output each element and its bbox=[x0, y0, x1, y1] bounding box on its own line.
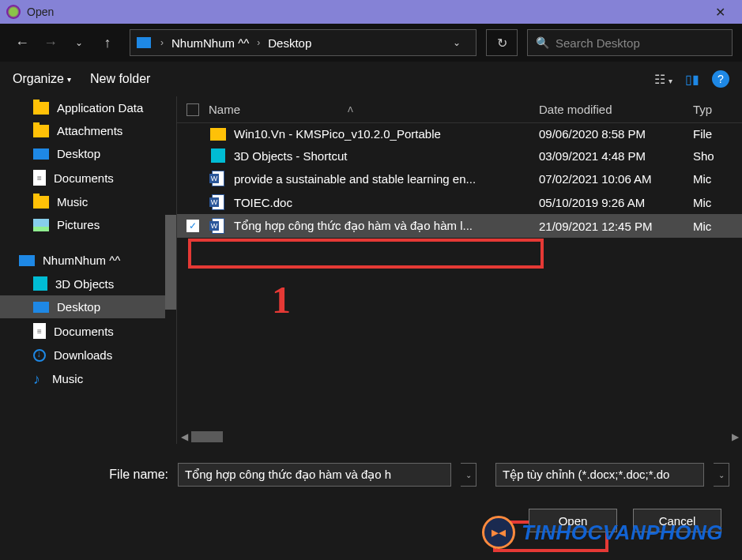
column-type[interactable]: Typ bbox=[693, 103, 733, 116]
sidebar-item-label: Music bbox=[52, 372, 83, 385]
column-headers: Nameᐱ Date modified Typ bbox=[177, 96, 742, 123]
cancel-button[interactable]: Cancel bbox=[633, 509, 721, 532]
open-button[interactable]: Open bbox=[529, 509, 617, 532]
scroll-left-icon[interactable]: ◀ bbox=[177, 431, 191, 442]
sidebar-item[interactable]: Attachments bbox=[0, 119, 176, 142]
refresh-button[interactable]: ↻ bbox=[486, 29, 518, 56]
file-row[interactable]: Win10.Vn - KMSPico_v10.2.0_Portable09/06… bbox=[177, 123, 742, 145]
sidebar-item[interactable]: Music bbox=[0, 190, 176, 213]
file-icon bbox=[209, 128, 228, 141]
file-name: provide a sustainable and stable learnin… bbox=[234, 172, 539, 186]
file-row[interactable]: provide a sustainable and stable learnin… bbox=[177, 167, 742, 190]
sidebar-item[interactable]: ≡Documents bbox=[0, 318, 176, 344]
sidebar: Application DataAttachmentsDesktop≡Docum… bbox=[0, 96, 177, 444]
chevron-right-icon: › bbox=[254, 37, 263, 48]
search-box[interactable]: 🔍 Search Desktop bbox=[527, 29, 733, 56]
sidebar-item-label: Desktop bbox=[57, 147, 100, 160]
breadcrumb-desktop[interactable]: Desktop bbox=[263, 36, 316, 50]
nav-bar: ← → ⌄ ↑ › NhumNhum ^^ › Desktop ⌄ ↻ 🔍 Se… bbox=[0, 24, 742, 62]
file-type: Sho bbox=[693, 149, 733, 163]
sidebar-item-label: Attachments bbox=[57, 124, 122, 137]
column-date[interactable]: Date modified bbox=[539, 103, 693, 116]
sidebar-item-label: Documents bbox=[54, 325, 114, 338]
new-folder-button[interactable]: New folder bbox=[90, 72, 150, 86]
file-date: 21/09/2021 12:45 PM bbox=[539, 220, 693, 233]
horizontal-scrollbar[interactable]: ◀ ▶ bbox=[177, 430, 742, 444]
sidebar-item[interactable]: ≡Documents bbox=[0, 165, 176, 190]
file-name: Tổng hợp công thức đạo hàm và đạo hàm l.… bbox=[234, 219, 539, 233]
sidebar-item[interactable]: NhumNhum ^^ bbox=[0, 249, 176, 272]
file-date: 07/02/2021 10:06 AM bbox=[539, 172, 693, 186]
file-type: Mic bbox=[693, 220, 733, 233]
file-list: Nameᐱ Date modified Typ Win10.Vn - KMSPi… bbox=[177, 96, 742, 444]
sidebar-item[interactable]: 3D Objects bbox=[0, 272, 176, 295]
file-type: Mic bbox=[693, 196, 733, 209]
file-type: File bbox=[693, 127, 733, 141]
forward-button[interactable]: → bbox=[38, 30, 63, 55]
file-name: TOIEC.doc bbox=[234, 196, 539, 209]
recent-dropdown[interactable]: ⌄ bbox=[66, 30, 92, 55]
sidebar-item[interactable]: Downloads bbox=[0, 344, 176, 366]
file-type: Mic bbox=[693, 172, 733, 186]
sidebar-item[interactable]: Application Data bbox=[0, 96, 176, 119]
preview-pane-icon[interactable]: ▯▮ bbox=[685, 72, 699, 87]
address-bar[interactable]: › NhumNhum ^^ › Desktop ⌄ bbox=[130, 29, 476, 56]
sort-indicator-icon: ᐱ bbox=[348, 105, 353, 114]
up-button[interactable]: ↑ bbox=[95, 30, 120, 55]
file-icon bbox=[209, 218, 228, 234]
filter-dropdown[interactable]: ⌄ bbox=[714, 463, 729, 487]
sidebar-item-label: 3D Objects bbox=[55, 277, 114, 291]
sidebar-item-label: Downloads bbox=[54, 348, 112, 362]
sidebar-item[interactable]: Pictures bbox=[0, 213, 176, 236]
back-button[interactable]: ← bbox=[9, 30, 35, 55]
dialog-footer: File name: ⌄ ⌄ Open Cancel bbox=[0, 444, 742, 545]
file-icon bbox=[209, 194, 228, 210]
filetype-filter[interactable] bbox=[495, 463, 704, 487]
column-name[interactable]: Nameᐱ bbox=[209, 103, 539, 116]
breadcrumb-user[interactable]: NhumNhum ^^ bbox=[167, 36, 254, 50]
file-date: 09/06/2020 8:58 PM bbox=[539, 127, 693, 141]
row-checkbox[interactable]: ✓ bbox=[186, 220, 209, 232]
sidebar-scrollbar[interactable] bbox=[165, 96, 176, 444]
file-name: 3D Objects - Shortcut bbox=[234, 149, 539, 163]
file-row[interactable]: 3D Objects - Shortcut03/09/2021 4:48 PMS… bbox=[177, 145, 742, 167]
file-icon bbox=[209, 171, 228, 186]
pc-icon bbox=[137, 37, 151, 48]
scroll-right-icon[interactable]: ▶ bbox=[728, 431, 742, 442]
sidebar-item-label: Pictures bbox=[57, 218, 100, 231]
organize-button[interactable]: Organize ▾ bbox=[13, 72, 71, 86]
filename-label: File name: bbox=[109, 468, 168, 482]
scrollbar-thumb[interactable] bbox=[191, 431, 223, 442]
sidebar-item[interactable]: ♪Music bbox=[0, 366, 176, 390]
scrollbar-thumb[interactable] bbox=[165, 215, 176, 310]
file-row[interactable]: TOIEC.doc05/10/2019 9:26 AMMic bbox=[177, 190, 742, 214]
window-title: Open bbox=[27, 6, 704, 18]
toolbar: Organize ▾ New folder ☷ ▾ ▯▮ ? bbox=[0, 62, 742, 96]
help-icon[interactable]: ? bbox=[712, 70, 729, 88]
sidebar-item[interactable]: Desktop bbox=[0, 295, 176, 318]
sidebar-item-label: Desktop bbox=[57, 300, 100, 314]
file-date: 03/09/2021 4:48 PM bbox=[539, 149, 693, 163]
annotation-box-1 bbox=[188, 239, 544, 269]
file-row[interactable]: ✓Tổng hợp công thức đạo hàm và đạo hàm l… bbox=[177, 214, 742, 238]
title-bar: Open ✕ bbox=[0, 0, 742, 24]
sidebar-item[interactable]: Desktop bbox=[0, 142, 176, 165]
sidebar-item-label: Application Data bbox=[57, 101, 143, 115]
address-dropdown[interactable]: ⌄ bbox=[444, 30, 469, 55]
sidebar-item-label: Music bbox=[57, 195, 88, 209]
annotation-label-1: 1 bbox=[272, 278, 291, 321]
search-icon: 🔍 bbox=[536, 36, 549, 49]
app-icon bbox=[6, 5, 21, 19]
file-name: Win10.Vn - KMSPico_v10.2.0_Portable bbox=[234, 127, 539, 141]
search-placeholder: Search Desktop bbox=[556, 36, 640, 50]
file-date: 05/10/2019 9:26 AM bbox=[539, 196, 693, 209]
sidebar-item-label: Documents bbox=[54, 171, 114, 185]
file-icon bbox=[209, 148, 228, 163]
select-all-checkbox[interactable] bbox=[186, 103, 209, 116]
filename-input[interactable] bbox=[178, 463, 451, 487]
close-button[interactable]: ✕ bbox=[704, 0, 736, 24]
view-options-icon[interactable]: ☷ ▾ bbox=[654, 72, 672, 87]
filename-dropdown[interactable]: ⌄ bbox=[461, 463, 476, 487]
sidebar-item-label: NhumNhum ^^ bbox=[43, 254, 120, 267]
chevron-right-icon: › bbox=[157, 37, 167, 48]
